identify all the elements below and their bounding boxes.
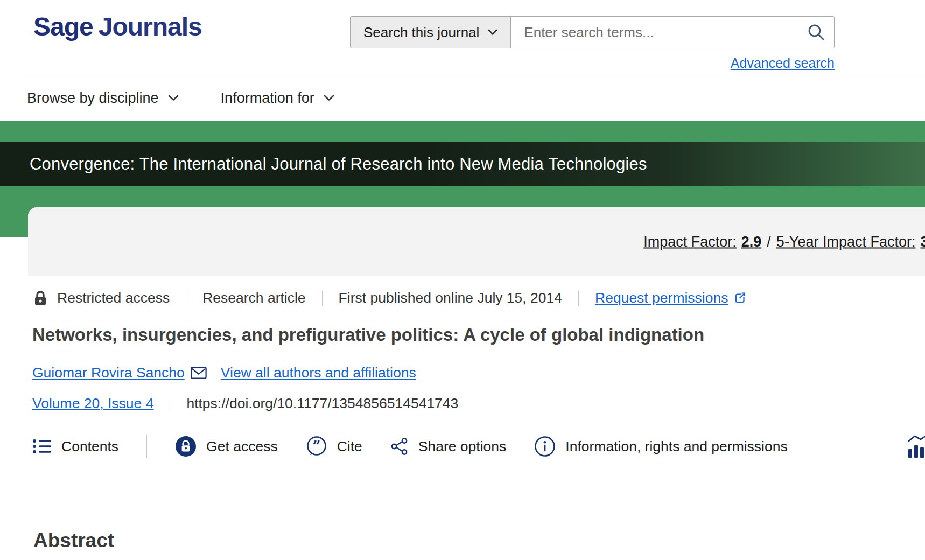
contents-button[interactable]: Contents: [32, 438, 118, 455]
info-icon: [534, 436, 556, 457]
info-rights-permissions-label: Information, rights and permissions: [565, 438, 787, 455]
nav-browse-label: Browse by discipline: [27, 90, 159, 107]
search-input[interactable]: [511, 17, 798, 48]
search-scope-label: Search this journal: [363, 24, 479, 41]
nav-information-for[interactable]: Information for: [221, 90, 334, 107]
contents-label: Contents: [61, 438, 118, 455]
divider: [186, 291, 186, 306]
five-year-impact-value: 3.: [920, 233, 925, 249]
contents-icon: [32, 438, 52, 454]
svg-text:”: ”: [312, 438, 320, 454]
search-button[interactable]: [798, 17, 834, 48]
get-access-label: Get access: [206, 438, 278, 455]
divider: [170, 396, 170, 411]
impact-separator: /: [767, 233, 771, 249]
published-date-label: First published online July 15, 2014: [339, 290, 562, 306]
access-label: Restricted access: [57, 290, 170, 306]
nav-browse-by-discipline[interactable]: Browse by discipline: [27, 90, 179, 107]
cite-label: Cite: [337, 438, 362, 455]
view-all-authors-link[interactable]: View all authors and affiliations: [221, 365, 416, 381]
site-header: Sage Journals Search this journal: [0, 0, 925, 75]
advanced-search-row: Advanced search: [350, 55, 835, 71]
chevron-down-icon: [324, 95, 334, 101]
get-access-button[interactable]: Get access: [175, 436, 278, 457]
page: Sage Journals Search this journal: [0, 0, 925, 560]
chevron-down-icon: [168, 95, 179, 101]
authors-row: Guiomar Rovira Sancho View all authors a…: [32, 365, 925, 381]
share-options-button[interactable]: Share options: [390, 437, 507, 456]
divider: [146, 435, 147, 458]
doi-text: https://doi.org/10.1177/1354856514541743: [186, 395, 458, 412]
header-divider: [28, 75, 925, 75]
divider: [578, 291, 579, 306]
access-status: Restricted access: [33, 290, 170, 306]
article-type-label: Research article: [202, 290, 305, 306]
search-scope-select[interactable]: Search this journal: [351, 17, 511, 48]
article-title: Networks, insurgencies, and prefigurativ…: [32, 325, 813, 345]
search-area: Search this journal Advanced: [350, 16, 835, 71]
five-year-impact-label: 5-Year Impact Factor:: [776, 233, 916, 249]
cite-button[interactable]: ” Cite: [306, 436, 362, 457]
logo-sage-text: Sage: [33, 12, 93, 41]
advanced-search-link[interactable]: Advanced search: [731, 55, 835, 71]
divider: [322, 291, 323, 306]
five-year-impact-link[interactable]: 5-Year Impact Factor:3.: [776, 233, 925, 249]
author-name: Guiomar Rovira Sancho: [32, 365, 185, 381]
share-icon: [390, 437, 409, 456]
nav-information-label: Information for: [221, 90, 314, 107]
chevron-down-icon: [488, 29, 497, 36]
info-rights-permissions-button[interactable]: Information, rights and permissions: [534, 436, 787, 457]
secondary-nav: Browse by discipline Information for: [0, 75, 925, 121]
article-meta-row: Restricted access Research article First…: [33, 290, 925, 306]
logo-journals-text: Journals: [99, 12, 202, 41]
lock-icon: [33, 290, 47, 306]
impact-factor-link[interactable]: Impact Factor:2.9: [643, 233, 761, 249]
request-permissions-link[interactable]: Request permissions: [595, 290, 746, 306]
impact-card-row: Impact Factor:2.9/5-Year Impact Factor:3…: [0, 207, 925, 276]
impact-factor-text: Impact Factor:2.9/5-Year Impact Factor:3…: [643, 233, 925, 250]
get-access-lock-icon: [175, 436, 197, 457]
search-icon: [807, 23, 825, 41]
impact-factor-label: Impact Factor:: [643, 233, 737, 249]
volume-issue-link[interactable]: Volume 20, Issue 4: [32, 395, 153, 412]
journal-title: Convergence: The International Journal o…: [30, 155, 647, 174]
envelope-icon: [191, 367, 207, 379]
impact-card: Impact Factor:2.9/5-Year Impact Factor:3…: [28, 207, 925, 276]
cite-icon: ”: [306, 436, 327, 457]
impact-factor-value: 2.9: [741, 233, 762, 249]
metrics-icon[interactable]: [907, 434, 925, 459]
external-link-icon: [734, 292, 746, 304]
journal-banner: Convergence: The International Journal o…: [0, 121, 925, 207]
request-permissions-label: Request permissions: [595, 290, 728, 306]
journal-title-band: Convergence: The International Journal o…: [0, 142, 925, 186]
search-group: Search this journal: [350, 16, 835, 48]
abstract-heading: Abstract: [33, 529, 925, 551]
share-options-label: Share options: [418, 438, 507, 455]
article-toolbar: Contents Get access ”: [0, 423, 925, 470]
volume-doi-row: Volume 20, Issue 4 https://doi.org/10.11…: [32, 395, 925, 412]
sage-journals-logo[interactable]: Sage Journals: [33, 12, 202, 41]
author-link[interactable]: Guiomar Rovira Sancho: [32, 365, 207, 381]
